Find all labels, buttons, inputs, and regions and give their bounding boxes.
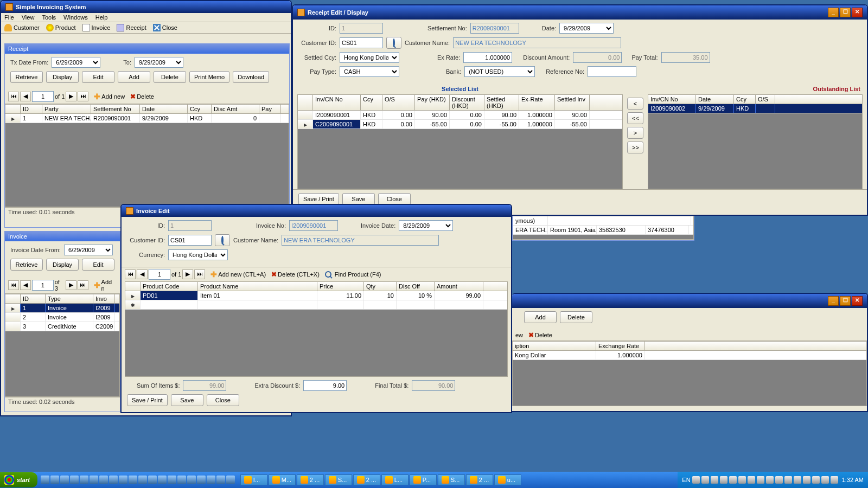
move-right-button[interactable]: > <box>627 127 643 139</box>
invoice-row[interactable]: 1 Invoice I2009 <box>5 304 119 313</box>
nav-addnew[interactable]: ✚Add n <box>94 279 117 292</box>
task-item[interactable]: 2 ... <box>297 474 324 485</box>
maximize-button[interactable]: ☐ <box>840 8 851 17</box>
delete-button[interactable]: Delete <box>154 71 186 83</box>
task-item[interactable]: S... <box>438 474 465 485</box>
tray-icon[interactable] <box>766 476 774 484</box>
nav-pos[interactable] <box>32 280 54 291</box>
outstanding-row[interactable]: I2009090002 9/29/2009 HKD <box>648 104 862 113</box>
task-item[interactable]: L... <box>381 474 409 485</box>
ql-icon[interactable] <box>129 476 137 484</box>
minimize-button[interactable]: _ <box>828 296 839 306</box>
nav-first[interactable]: ⏮ <box>8 280 19 290</box>
re-date-field[interactable]: 9/29/2009 <box>559 23 614 34</box>
close-button[interactable]: ✕ <box>852 8 863 17</box>
selected-grid[interactable]: Inv/CN No Ccy O/S Pay (HKD) Discount (HK… <box>297 94 623 189</box>
tray-icon[interactable] <box>812 476 820 484</box>
tray-icon[interactable] <box>775 476 783 484</box>
tx-date-to[interactable]: 9/29/2009 <box>135 57 183 68</box>
inv-retrieve-button[interactable]: Retrieve <box>10 259 43 271</box>
ql-icon[interactable] <box>90 476 98 484</box>
tb-product[interactable]: Product <box>46 24 76 31</box>
nav-prev[interactable]: ◀ <box>20 280 31 290</box>
col-settle[interactable]: Settlement No <box>91 105 140 113</box>
invoice-row[interactable]: 3 CreditNote C2009 <box>5 322 119 331</box>
col-id[interactable]: ID <box>21 294 46 303</box>
tray-icon[interactable] <box>692 476 700 484</box>
maximize-button[interactable]: ☐ <box>840 296 851 306</box>
move-all-right-button[interactable]: >> <box>627 142 643 153</box>
add-button[interactable]: Add <box>118 71 150 83</box>
ql-icon[interactable] <box>50 476 59 484</box>
col-id[interactable]: ID <box>21 105 42 113</box>
nav-last[interactable]: ⏭ <box>78 280 88 290</box>
re-ccy-field[interactable]: Hong Kong Dollar <box>340 52 399 63</box>
download-button[interactable]: Download <box>233 71 269 83</box>
task-item[interactable]: 2 ... <box>353 474 380 485</box>
task-item[interactable]: S... <box>325 474 352 485</box>
re-bank-field[interactable]: (NOT USED) <box>464 66 535 77</box>
tray-icon[interactable] <box>711 476 718 484</box>
tray-icon[interactable] <box>784 476 792 484</box>
ie-lines-grid[interactable]: Product Code Product Name Price Qty Disc… <box>125 281 508 377</box>
ql-icon[interactable] <box>80 476 88 484</box>
tray-icon[interactable] <box>729 476 737 484</box>
ql-icon[interactable] <box>41 476 49 484</box>
ie-lookup-customer-button[interactable] <box>215 234 230 246</box>
nav-first[interactable]: ⏮ <box>8 92 19 101</box>
selected-row[interactable]: C2009090001 HKD 0.00 -55.00 0.00 -55.00 … <box>298 120 622 129</box>
tray-icon[interactable] <box>757 476 764 484</box>
receipt-edit-titlebar[interactable]: Receipt Edit / Display _ ☐ ✕ <box>293 5 867 20</box>
ie-save-button[interactable]: Save <box>171 394 203 406</box>
col-pay[interactable]: Pay <box>259 105 281 113</box>
tray-icon[interactable] <box>803 476 810 484</box>
menu-help[interactable]: Help <box>95 14 108 21</box>
nav-next[interactable]: ▶ <box>66 92 76 101</box>
tb-close[interactable]: Close <box>153 24 177 31</box>
ql-icon[interactable] <box>148 476 157 484</box>
inv-date-from[interactable]: 6/29/2009 <box>64 245 113 255</box>
edit-button[interactable]: Edit <box>82 71 114 83</box>
nav-prev[interactable]: ◀ <box>137 269 148 279</box>
outstanding-grid[interactable]: Inv/CN No Date Ccy O/S I2009090002 9/29/… <box>648 94 863 189</box>
menu-tools[interactable]: Tools <box>42 14 56 21</box>
task-item[interactable]: P... <box>410 474 437 485</box>
inv-display-button[interactable]: Display <box>46 259 79 271</box>
selected-row[interactable]: I2009090001 HKD 0.00 90.00 0.00 90.00 1.… <box>298 111 622 120</box>
nav-find[interactable]: Find Product (F4) <box>325 271 381 278</box>
tray-icon[interactable] <box>701 476 709 484</box>
ie-save-print-button[interactable]: Save / Print <box>127 394 168 406</box>
display-button[interactable]: Display <box>46 71 79 83</box>
ie-currency-field[interactable]: Hong Kong Dollar <box>168 249 228 260</box>
sec-add-button[interactable]: Add <box>524 311 557 323</box>
ql-icon[interactable] <box>60 476 69 484</box>
tb-customer[interactable]: Customer <box>4 24 40 31</box>
nav-delete[interactable]: ✖Delete (CTL+X) <box>271 271 320 278</box>
col-disc[interactable]: Disc Amt <box>212 105 259 113</box>
re-refno-field[interactable] <box>588 66 636 77</box>
tray-icon[interactable] <box>821 476 829 484</box>
re-close-button[interactable]: Close <box>378 193 411 205</box>
close-button[interactable]: ✕ <box>852 296 863 306</box>
tray-icon[interactable] <box>831 476 838 484</box>
nav-prev[interactable]: ◀ <box>20 92 31 101</box>
ie-new-row[interactable] <box>125 300 507 310</box>
ql-icon[interactable] <box>138 476 147 484</box>
col-ccy[interactable]: Ccy <box>188 105 212 113</box>
sec-nav-delete[interactable]: ✖Delete <box>528 331 552 339</box>
retrieve-button[interactable]: Retrieve <box>10 71 43 83</box>
sec-delete-button[interactable]: Delete <box>560 311 592 323</box>
tray-icon[interactable] <box>738 476 746 484</box>
task-item[interactable]: M... <box>269 474 296 485</box>
ql-icon[interactable] <box>207 476 215 484</box>
ql-icon[interactable] <box>187 476 196 484</box>
ql-icon[interactable] <box>109 476 118 484</box>
re-custid-field[interactable] <box>340 37 383 48</box>
col-type[interactable]: Type <box>46 294 93 303</box>
ql-icon[interactable] <box>177 476 186 484</box>
minimize-button[interactable]: _ <box>828 8 839 17</box>
col-party[interactable]: Party <box>42 105 91 113</box>
ql-icon[interactable] <box>99 476 108 484</box>
re-exrate-field[interactable] <box>463 52 512 63</box>
lookup-customer-button[interactable] <box>386 37 401 49</box>
